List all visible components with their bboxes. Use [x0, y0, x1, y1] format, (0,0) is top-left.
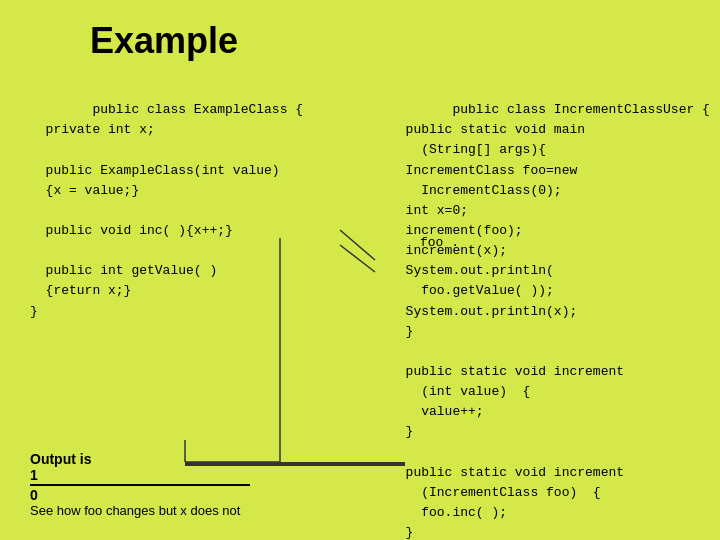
right-code-line-3: (String[] args){	[390, 142, 546, 157]
right-code-line-9: System.out.println(	[390, 263, 554, 278]
output-section: Output is 1 0 See how foo changes but x …	[30, 451, 320, 518]
left-code-line-1: public class ExampleClass {	[92, 102, 303, 117]
right-code-block: public class IncrementClassUser { public…	[390, 80, 710, 540]
output-label: Output is	[30, 451, 320, 467]
right-code-line-1: public class IncrementClassUser {	[452, 102, 709, 117]
right-code-line-15: (int value) {	[390, 384, 530, 399]
left-code-line-2: private int x;	[30, 122, 155, 137]
right-code-line-10: foo.getValue( ));	[390, 283, 554, 298]
output-line2: 0	[30, 487, 320, 503]
right-code-line-12: }	[390, 324, 413, 339]
right-code-line-16: value++;	[390, 404, 484, 419]
right-code-line-4: IncrementClass foo=new	[390, 163, 577, 178]
right-code-line-19: public static void increment	[390, 465, 624, 480]
output-note: See how foo changes but x does not	[30, 503, 320, 518]
left-code-line-7: public void inc( ){x++;}	[30, 223, 233, 238]
right-code-line-11: System.out.println(x);	[390, 304, 577, 319]
output-underline	[30, 484, 250, 486]
right-code-line-2: public static void main	[390, 122, 585, 137]
slide-container: Example public class ExampleClass { priv…	[0, 0, 720, 540]
left-code-line-11: }	[30, 304, 38, 319]
right-code-line-22: }	[390, 525, 413, 540]
right-code-line-20: (IncrementClass foo) {	[390, 485, 601, 500]
left-code-line-9: public int getValue( )	[30, 263, 217, 278]
foo-dot-annotation: foo .	[420, 235, 459, 250]
right-code-line-21: foo.inc( );	[390, 505, 507, 520]
right-panel: public class IncrementClassUser { public…	[370, 80, 710, 540]
slide-title: Example	[90, 20, 690, 62]
right-code-line-6: int x=0;	[390, 203, 468, 218]
left-code-block: public class ExampleClass { private int …	[30, 80, 370, 342]
left-code-line-4: public ExampleClass(int value)	[30, 163, 280, 178]
left-code-line-5: {x = value;}	[30, 183, 139, 198]
right-code-line-17: }	[390, 424, 413, 439]
right-code-line-14: public static void increment	[390, 364, 624, 379]
left-code-line-10: {return x;}	[30, 283, 131, 298]
right-code-line-5: IncrementClass(0);	[390, 183, 562, 198]
output-line1: 1	[30, 467, 320, 483]
